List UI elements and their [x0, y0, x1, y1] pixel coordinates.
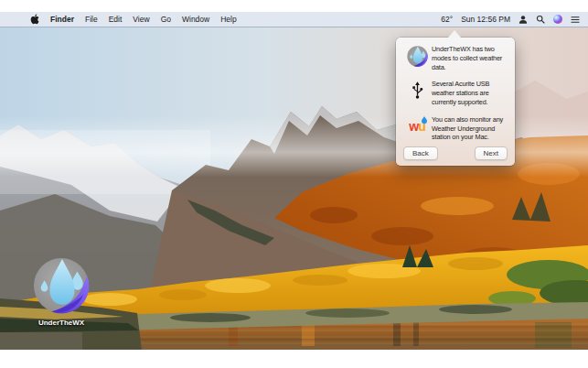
underthewx-app-icon-large — [33, 257, 90, 314]
menu-item-view[interactable]: View — [133, 15, 149, 24]
apple-icon — [30, 14, 39, 25]
spotlight-search-icon — [536, 15, 545, 24]
notification-center-menu-extra[interactable] — [571, 16, 580, 24]
menu-bar: Finder File Edit View Go Window Help 62°… — [0, 12, 588, 27]
popover-arrow — [448, 30, 461, 38]
user-icon — [519, 15, 528, 25]
wu-logo-drop-icon — [422, 116, 427, 124]
menu-item-help[interactable]: Help — [220, 15, 236, 24]
popover-step-text: You can also monitor any Weather Undergr… — [432, 115, 503, 142]
popover-text-line: currently supported. — [432, 98, 489, 107]
popover-text-line: station on your Mac. — [432, 133, 503, 142]
popover-text-line: modes to collect weather — [432, 54, 502, 63]
menu-item-edit[interactable]: Edit — [109, 15, 123, 24]
underthewx-app-icon — [402, 45, 432, 67]
siri-icon[interactable] — [553, 15, 562, 24]
popover-step-wunderground: wu You can also monitor any Weather Unde… — [402, 115, 510, 142]
menu-item-file[interactable]: File — [85, 15, 98, 24]
weather-underground-logo: wu — [402, 115, 432, 133]
user-menu-extra[interactable] — [519, 15, 528, 25]
apple-menu[interactable] — [30, 14, 39, 25]
wu-logo-letter-w: w — [409, 119, 418, 134]
notification-center-icon — [571, 16, 580, 24]
menubar-clock[interactable]: Sun 12:56 PM — [461, 15, 510, 24]
popover-text-line: weather stations are — [432, 89, 489, 98]
next-button[interactable]: Next — [475, 146, 508, 160]
popover-text-line: UnderTheWX has two — [432, 45, 502, 54]
back-button[interactable]: Back — [403, 146, 438, 160]
popover-step-modes: UnderTheWX has two modes to collect weat… — [402, 45, 510, 71]
menu-item-window[interactable]: Window — [182, 15, 209, 24]
popover-text-line: Several Acurite USB — [432, 80, 489, 89]
popover-step-usb: Several Acurite USB weather stations are… — [402, 80, 510, 106]
desktop-app-icon-underthewx[interactable]: UnderTheWX — [31, 257, 91, 327]
desktop-icon-label: UnderTheWX — [31, 319, 91, 327]
popover-step-text: UnderTheWX has two modes to collect weat… — [432, 45, 502, 71]
macos-desktop-screenshot: Finder File Edit View Go Window Help 62°… — [0, 0, 588, 368]
menu-item-finder[interactable]: Finder — [50, 15, 74, 24]
popover-text-line: Weather Underground — [432, 124, 503, 134]
onboarding-popover: UnderTheWX has two modes to collect weat… — [396, 38, 515, 166]
popover-text-line: data. — [432, 63, 502, 72]
usb-icon — [402, 80, 432, 100]
spotlight-menu-extra[interactable] — [536, 15, 545, 24]
popover-button-row: Back Next — [403, 146, 508, 160]
popover-step-text: Several Acurite USB weather stations are… — [432, 80, 489, 106]
menubar-temperature[interactable]: 62° — [441, 15, 453, 24]
popover-text-line: You can also monitor any — [432, 115, 503, 124]
menu-item-go[interactable]: Go — [161, 15, 171, 24]
